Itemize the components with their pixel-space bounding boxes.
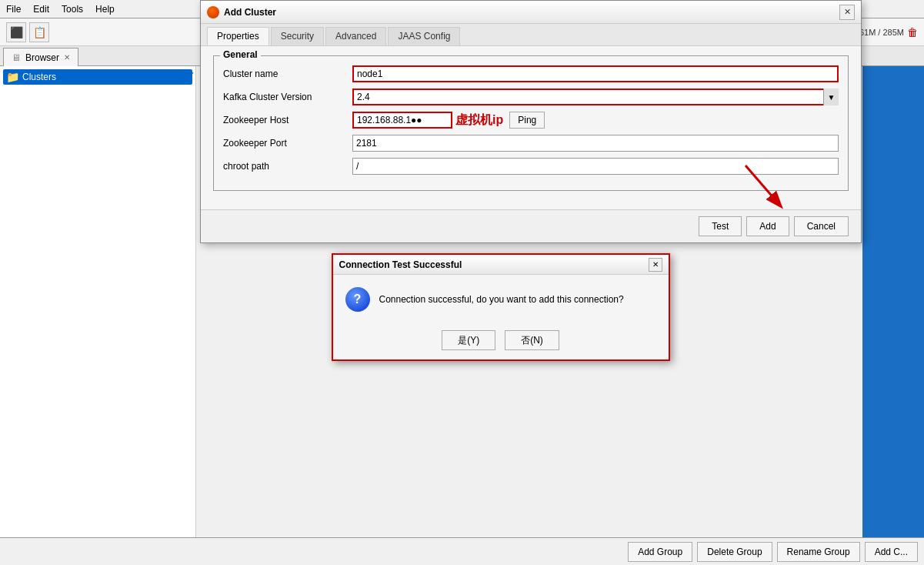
memory-info: 61M / 285M 🗑: [859, 26, 918, 38]
kafka-version-wrapper: 2.4 2.3 2.2 2.1 ▼: [352, 89, 839, 105]
kafka-version-select[interactable]: 2.4 2.3 2.2 2.1: [352, 89, 839, 105]
add-cluster-dialog[interactable]: Add Cluster ✕ Properties Security Advanc…: [200, 0, 862, 243]
dialog-body: General Cluster name Kafka Cluster Versi…: [201, 46, 861, 209]
dialog-close-button[interactable]: ✕: [839, 5, 855, 20]
cluster-name-label: Cluster name: [223, 69, 346, 79]
bottom-bar: Add Group Delete Group Rename Group Add …: [0, 537, 924, 565]
tab-security[interactable]: Security: [271, 27, 324, 45]
modal-title-text: Connection Test Successful: [339, 259, 462, 270]
kafka-version-row: Kafka Cluster Version 2.4 2.3 2.2 2.1 ▼: [223, 89, 839, 105]
connection-test-dialog[interactable]: Connection Test Successful ✕ ? Connectio…: [332, 253, 670, 361]
sidebar: ⟳ 📁 Clusters: [0, 66, 196, 537]
browser-tab[interactable]: 🖥 Browser ✕: [3, 48, 78, 66]
cluster-name-row: Cluster name: [223, 65, 839, 82]
modal-close-button[interactable]: ✕: [649, 258, 662, 272]
sidebar-clusters-label: Clusters: [22, 72, 56, 82]
dialog-tabs: Properties Security Advanced JAAS Config: [201, 24, 861, 46]
tab-jaas-config[interactable]: JAAS Config: [388, 27, 460, 45]
trash-icon[interactable]: 🗑: [907, 26, 918, 38]
zookeeper-port-row: Zookeeper Port: [223, 135, 839, 152]
rename-group-button[interactable]: Rename Group: [777, 542, 860, 562]
chroot-row: chroot path: [223, 158, 839, 175]
general-label: General: [220, 49, 261, 60]
browser-tab-close[interactable]: ✕: [64, 53, 70, 62]
zookeeper-annotation: 虚拟机ip: [455, 112, 503, 129]
kafka-version-label: Kafka Cluster Version: [223, 92, 346, 102]
menu-help[interactable]: Help: [95, 4, 115, 15]
modal-yes-button[interactable]: 是(Y): [442, 330, 495, 350]
dialog-titlebar: Add Cluster ✕: [201, 1, 861, 24]
browser-tab-label: Browser: [25, 52, 59, 63]
zookeeper-host-row: Zookeeper Host 虚拟机ip Ping: [223, 112, 839, 129]
cancel-button[interactable]: Cancel: [794, 216, 849, 236]
browser-tab-icon: 🖥: [12, 52, 21, 63]
modal-body: ? Connection successful, do you want to …: [333, 275, 669, 324]
select-arrow-icon[interactable]: ▼: [823, 89, 839, 105]
zookeeper-host-input[interactable]: [352, 112, 452, 129]
add-button[interactable]: Add: [746, 216, 789, 236]
zookeeper-row: 虚拟机ip Ping: [352, 112, 545, 129]
menu-file[interactable]: File: [6, 4, 21, 15]
tab-advanced[interactable]: Advanced: [325, 27, 386, 45]
zookeeper-port-input[interactable]: [352, 135, 839, 152]
zookeeper-port-label: Zookeeper Port: [223, 138, 346, 149]
modal-no-button[interactable]: 否(N): [505, 330, 559, 350]
menu-tools[interactable]: Tools: [62, 4, 83, 15]
cluster-name-input[interactable]: [352, 65, 839, 82]
memory-label: 61M / 285M: [859, 28, 904, 37]
test-button[interactable]: Test: [699, 216, 742, 236]
dialog-footer: Test Add Cancel: [201, 209, 861, 242]
modal-titlebar: Connection Test Successful ✕: [333, 255, 669, 275]
zookeeper-host-label: Zookeeper Host: [223, 115, 346, 125]
tab-properties[interactable]: Properties: [207, 27, 269, 45]
chroot-input[interactable]: [352, 158, 839, 175]
sidebar-item-clusters[interactable]: 📁 Clusters: [3, 69, 192, 85]
delete-group-button[interactable]: Delete Group: [697, 542, 772, 562]
ping-button[interactable]: Ping: [509, 112, 545, 129]
modal-icon: ?: [345, 287, 370, 312]
toolbar-btn-2[interactable]: 📋: [29, 22, 49, 42]
toolbar-btn-1[interactable]: ⬛: [6, 22, 26, 42]
dialog-title-icon: [207, 6, 219, 18]
folder-icon: 📁: [6, 71, 19, 83]
sidebar-refresh-icon[interactable]: ⟳: [185, 68, 194, 80]
right-panel: [862, 66, 924, 537]
chroot-label: chroot path: [223, 161, 346, 172]
add-c-button[interactable]: Add C...: [865, 542, 918, 562]
general-group-box: General Cluster name Kafka Cluster Versi…: [213, 55, 849, 191]
dialog-title-text: Add Cluster: [224, 7, 835, 18]
menu-edit[interactable]: Edit: [33, 4, 49, 15]
modal-footer: 是(Y) 否(N): [333, 324, 669, 359]
modal-message: Connection successful, do you want to ad…: [379, 294, 624, 305]
add-group-button[interactable]: Add Group: [628, 542, 692, 562]
